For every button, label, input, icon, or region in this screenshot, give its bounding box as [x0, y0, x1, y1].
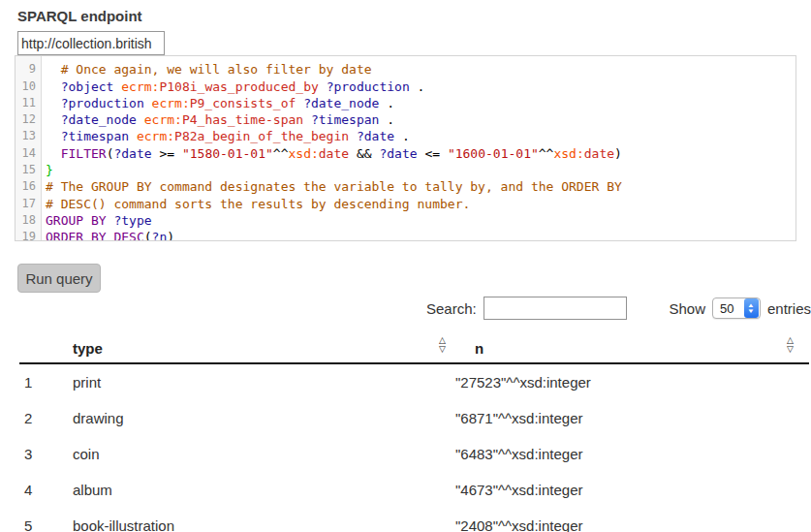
- line-number: 15: [16, 162, 42, 178]
- line-number: 14: [16, 145, 42, 162]
- cell-n: "27523"^^xsd:integer: [455, 374, 591, 391]
- code-line: 18GROUP BY ?type: [16, 212, 795, 229]
- code-line: 10 ?object ecrm:P108i_was_produced_by ?p…: [16, 78, 795, 95]
- sparql-code-editor[interactable]: 89 # Once again, we will also filter by …: [15, 55, 796, 241]
- stepper-down-icon: ▼: [748, 308, 756, 314]
- cell-type: print: [73, 374, 101, 391]
- line-number: 16: [16, 178, 42, 195]
- endpoint-label: SPARQL endpoint: [17, 8, 142, 24]
- cell-n: "6483"^^xsd:integer: [455, 446, 582, 462]
- search-label: Search:: [426, 300, 477, 317]
- column-header-n[interactable]: n: [475, 340, 483, 357]
- code-lines: 89 # Once again, we will also filter by …: [16, 55, 795, 241]
- line-number: 13: [16, 128, 42, 144]
- cell-type: coin: [73, 446, 100, 462]
- table-row: 2drawing"6871"^^xsd:integer: [19, 400, 809, 436]
- code-line: 9 # Once again, we will also filter by d…: [16, 61, 795, 78]
- code-line-content: ?timespan ecrm:P82a_begin_of_the_begin ?…: [42, 128, 410, 144]
- line-number: 17: [16, 196, 42, 212]
- code-line: 16# The GROUP BY command designates the …: [16, 178, 795, 195]
- code-line-content: FILTER(?date >= "1580-01-01"^^xsd:date &…: [42, 145, 622, 162]
- show-entries-select[interactable]: 50 ▲ ▼: [712, 297, 761, 319]
- cell-n: "4673"^^xsd:integer: [455, 482, 582, 498]
- cell-type: book-illustration: [73, 517, 174, 532]
- table-row: 3coin"6483"^^xsd:integer: [19, 436, 809, 472]
- row-index: 2: [24, 410, 32, 426]
- cell-type: drawing: [73, 410, 124, 426]
- sort-icon-n[interactable]: △ ▽: [787, 336, 794, 354]
- code-line-content: # Once again, we will also filter by dat…: [42, 61, 372, 78]
- code-line: 17# DESC() command sorts the results by …: [16, 196, 795, 212]
- sort-desc-icon: ▽: [439, 345, 446, 354]
- show-label: Show: [669, 300, 705, 317]
- code-line-content: ?date_node ecrm:P4_has_time-span ?timesp…: [42, 111, 394, 128]
- line-number: 12: [16, 111, 42, 128]
- code-line: 11 ?production ecrm:P9_consists_of ?date…: [16, 95, 795, 111]
- column-header-type[interactable]: type: [73, 340, 103, 357]
- code-line: 13 ?timespan ecrm:P82a_begin_of_the_begi…: [16, 128, 795, 144]
- code-line: 12 ?date_node ecrm:P4_has_time-span ?tim…: [16, 111, 795, 128]
- line-number: 11: [16, 95, 42, 111]
- code-line-content: ?object ecrm:P108i_was_produced_by ?prod…: [42, 78, 424, 95]
- endpoint-url-input[interactable]: [17, 31, 165, 55]
- cell-n: "6871"^^xsd:integer: [455, 410, 582, 426]
- cell-type: album: [73, 482, 112, 498]
- code-line-content: GROUP BY ?type: [42, 212, 152, 229]
- run-query-button[interactable]: Run query: [17, 264, 101, 293]
- sort-icon-type[interactable]: △ ▽: [439, 336, 446, 354]
- code-line-content: }: [42, 162, 53, 178]
- code-line-content: # DESC() command sorts the results by de…: [42, 196, 470, 212]
- table-controls: Search: Show 50 ▲ ▼ entries: [426, 294, 811, 323]
- entries-label: entries: [767, 300, 811, 317]
- cell-n: "2408"^^xsd:integer: [455, 517, 582, 532]
- results-table-body: 1print"27523"^^xsd:integer2drawing"6871"…: [19, 364, 809, 532]
- sort-desc-icon: ▽: [787, 345, 794, 354]
- results-table: type △ ▽ n △ ▽ 1print"27523"^^xsd:intege…: [19, 332, 809, 532]
- code-line: 19ORDER BY DESC(?n): [16, 229, 795, 241]
- code-line: 15}: [16, 162, 795, 178]
- code-line-content: # The GROUP BY command designates the va…: [42, 178, 622, 195]
- line-number: 9: [16, 61, 42, 78]
- code-line-content: ?production ecrm:P9_consists_of ?date_no…: [42, 95, 394, 111]
- code-line: 14 FILTER(?date >= "1580-01-01"^^xsd:dat…: [16, 145, 795, 162]
- table-row: 1print"27523"^^xsd:integer: [19, 364, 809, 400]
- row-index: 1: [24, 374, 32, 391]
- line-number: 10: [16, 78, 42, 95]
- row-index: 4: [24, 482, 32, 498]
- search-input[interactable]: [483, 297, 627, 320]
- row-index: 3: [24, 446, 32, 462]
- line-number: 18: [16, 212, 42, 229]
- results-table-header: type △ ▽ n △ ▽: [19, 332, 809, 364]
- row-index: 5: [24, 517, 32, 532]
- select-stepper-icon: ▲ ▼: [744, 298, 759, 318]
- line-number: 19: [16, 229, 42, 241]
- table-row: 5book-illustration"2408"^^xsd:integer: [19, 508, 809, 532]
- code-line-content: ORDER BY DESC(?n): [42, 229, 174, 241]
- show-entries-value: 50: [713, 301, 744, 316]
- table-row: 4album"4673"^^xsd:integer: [19, 472, 809, 508]
